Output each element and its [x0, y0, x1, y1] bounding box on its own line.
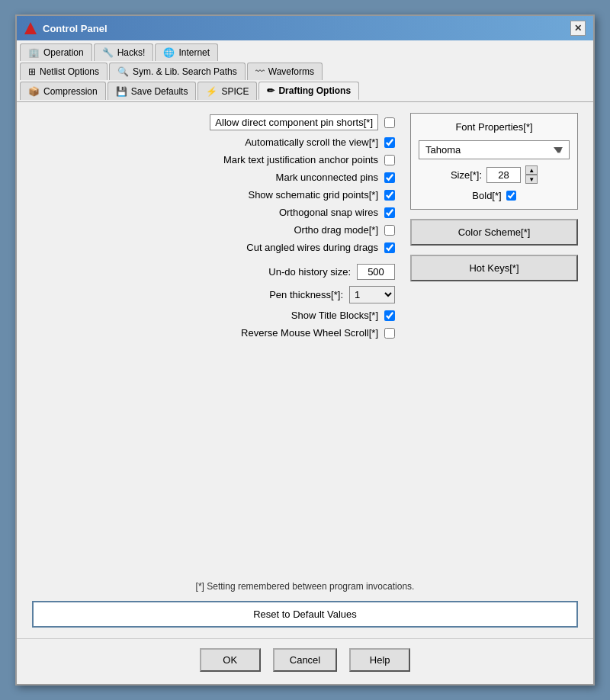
- app-icon: [24, 22, 37, 34]
- size-down-button[interactable]: ▼: [525, 175, 538, 184]
- tab-drafting-label: Drafting Options: [278, 85, 351, 96]
- spice-icon: ⚡: [206, 86, 217, 97]
- tab-operation[interactable]: 🏢 Operation: [20, 43, 92, 61]
- sym-lib-icon: 🔍: [117, 66, 129, 77]
- tab-hacks[interactable]: 🔧 Hacks!: [94, 43, 154, 61]
- mark-justification-label: Mark text justification anchor points: [32, 154, 378, 165]
- tab-hacks-label: Hacks!: [117, 47, 146, 58]
- tab-spice-label: SPICE: [221, 86, 249, 97]
- tab-save-defaults-label: Save Defaults: [131, 86, 188, 97]
- ortho-snap-label: Orthogonal snap wires: [32, 207, 378, 218]
- option-row-mark-justification: Mark text justification anchor points: [32, 153, 395, 167]
- spinner-buttons: ▲ ▼: [525, 165, 538, 184]
- close-button[interactable]: ✕: [570, 21, 586, 36]
- left-panel: Allow direct component pin shorts[*] Aut…: [32, 113, 395, 569]
- font-properties-box: Font Properties[*] Tahoma Arial Courier …: [410, 113, 578, 210]
- tab-bar: 🏢 Operation 🔧 Hacks! 🌐 Internet ⊞ Netlis…: [17, 40, 593, 102]
- option-row-ortho-snap: Orthogonal snap wires: [32, 205, 395, 220]
- operation-icon: 🏢: [28, 47, 40, 58]
- tab-row-2: ⊞ Netlist Options 🔍 Sym. & Lib. Search P…: [20, 63, 590, 80]
- pen-thickness-select[interactable]: 1 2 3 4: [349, 286, 395, 303]
- font-select-wrapper: Tahoma Arial Courier New Times New Roman…: [419, 140, 570, 159]
- option-row-ortho-drag: Ortho drag mode[*]: [32, 223, 395, 237]
- ok-button[interactable]: OK: [200, 648, 261, 672]
- ortho-snap-checkbox[interactable]: [384, 207, 395, 218]
- option-row-mark-unconnected: Mark unconnected pins: [32, 170, 395, 185]
- tab-compression-label: Compression: [43, 86, 98, 97]
- option-row-show-title-blocks: Show Title Blocks[*]: [32, 308, 395, 323]
- font-size-input[interactable]: 28: [486, 167, 521, 183]
- control-panel-window: Control Panel ✕ 🏢 Operation 🔧 Hacks! 🌐 I…: [15, 14, 595, 686]
- tab-waveforms-label: Waveforms: [268, 66, 314, 77]
- option-row-reverse-mouse-wheel: Reverse Mouse Wheel Scroll[*]: [32, 326, 395, 340]
- bold-label: Bold[*]: [472, 190, 501, 201]
- footer-note: [*] Setting remembered between program i…: [32, 581, 578, 592]
- tab-netlist-label: Netlist Options: [40, 66, 99, 77]
- content-area: Allow direct component pin shorts[*] Aut…: [17, 102, 593, 638]
- color-scheme-button[interactable]: Color Scheme[*]: [410, 219, 578, 246]
- title-bar: Control Panel ✕: [17, 16, 593, 40]
- mark-justification-checkbox[interactable]: [384, 155, 395, 165]
- ortho-drag-label: Ortho drag mode[*]: [32, 224, 378, 236]
- option-row-show-grid-points: Show schematic grid points[*]: [32, 188, 395, 202]
- reset-button[interactable]: Reset to Default Values: [32, 601, 578, 628]
- tab-internet-label: Internet: [178, 47, 210, 58]
- hacks-icon: 🔧: [102, 47, 114, 58]
- tab-row-3: 📦 Compression 💾 Save Defaults ⚡ SPICE ✏ …: [20, 82, 590, 100]
- tab-drafting[interactable]: ✏ Drafting Options: [258, 82, 359, 100]
- cancel-button[interactable]: Cancel: [273, 648, 337, 672]
- window-title: Control Panel: [43, 23, 108, 34]
- option-row-pen-thickness: Pen thickness[*]: 1 2 3 4: [32, 284, 395, 305]
- tab-row-1: 🏢 Operation 🔧 Hacks! 🌐 Internet: [20, 43, 590, 61]
- right-panel: Font Properties[*] Tahoma Arial Courier …: [410, 113, 578, 569]
- tab-save-defaults[interactable]: 💾 Save Defaults: [108, 82, 197, 100]
- tab-waveforms[interactable]: 〰 Waveforms: [247, 63, 323, 80]
- tab-sym-lib-label: Sym. & Lib. Search Paths: [133, 66, 237, 77]
- drafting-icon: ✏: [267, 85, 274, 96]
- option-row-undo-history: Un-do history size: 500: [32, 262, 395, 281]
- tab-operation-label: Operation: [43, 47, 84, 58]
- mark-unconnected-label: Mark unconnected pins: [32, 172, 378, 183]
- cut-angled-wires-label: Cut angled wires during drags: [32, 242, 378, 253]
- compression-icon: 📦: [28, 86, 40, 97]
- size-up-button[interactable]: ▲: [525, 165, 538, 175]
- show-title-blocks-checkbox[interactable]: [384, 310, 395, 321]
- auto-scroll-checkbox[interactable]: [384, 137, 395, 148]
- option-row-direct-pin-shorts: Allow direct component pin shorts[*]: [32, 113, 395, 132]
- show-title-blocks-label: Show Title Blocks[*]: [32, 310, 378, 321]
- undo-history-label: Un-do history size:: [32, 266, 351, 278]
- mark-unconnected-checkbox[interactable]: [384, 172, 395, 183]
- direct-pin-shorts-label: Allow direct component pin shorts[*]: [210, 114, 378, 130]
- size-row: Size[*]: 28 ▲ ▼: [419, 165, 570, 184]
- reverse-mouse-wheel-label: Reverse Mouse Wheel Scroll[*]: [32, 327, 378, 339]
- reverse-mouse-wheel-checkbox[interactable]: [384, 328, 395, 339]
- tab-internet[interactable]: 🌐 Internet: [155, 43, 218, 61]
- undo-history-input[interactable]: 500: [357, 264, 395, 280]
- dialog-footer: OK Cancel Help: [17, 638, 593, 684]
- help-button[interactable]: Help: [349, 648, 410, 672]
- tab-compression[interactable]: 📦 Compression: [20, 82, 106, 100]
- bold-checkbox[interactable]: [506, 191, 516, 201]
- auto-scroll-label: Automatically scroll the view[*]: [32, 136, 378, 148]
- font-properties-title: Font Properties[*]: [419, 121, 570, 133]
- bold-row: Bold[*]: [419, 190, 570, 201]
- save-defaults-icon: 💾: [116, 86, 127, 97]
- option-row-cut-angled-wires: Cut angled wires during drags: [32, 240, 395, 255]
- hot-keys-button[interactable]: Hot Keys[*]: [410, 255, 578, 281]
- tab-spice[interactable]: ⚡ SPICE: [197, 82, 257, 100]
- show-grid-points-label: Show schematic grid points[*]: [32, 189, 378, 201]
- show-grid-points-checkbox[interactable]: [384, 190, 395, 201]
- title-bar-left: Control Panel: [24, 22, 108, 34]
- pen-thickness-label: Pen thickness[*]:: [32, 289, 343, 300]
- font-name-select[interactable]: Tahoma Arial Courier New Times New Roman: [419, 140, 570, 159]
- tab-netlist[interactable]: ⊞ Netlist Options: [20, 63, 108, 80]
- direct-pin-shorts-checkbox[interactable]: [384, 117, 395, 128]
- tab-sym-lib[interactable]: 🔍 Sym. & Lib. Search Paths: [109, 63, 246, 80]
- size-label: Size[*]:: [451, 169, 482, 181]
- ortho-drag-checkbox[interactable]: [384, 225, 395, 236]
- internet-icon: 🌐: [163, 47, 175, 58]
- main-content: Allow direct component pin shorts[*] Aut…: [32, 113, 578, 569]
- waveforms-icon: 〰: [255, 66, 265, 77]
- cut-angled-wires-checkbox[interactable]: [384, 242, 395, 253]
- option-row-auto-scroll: Automatically scroll the view[*]: [32, 135, 395, 149]
